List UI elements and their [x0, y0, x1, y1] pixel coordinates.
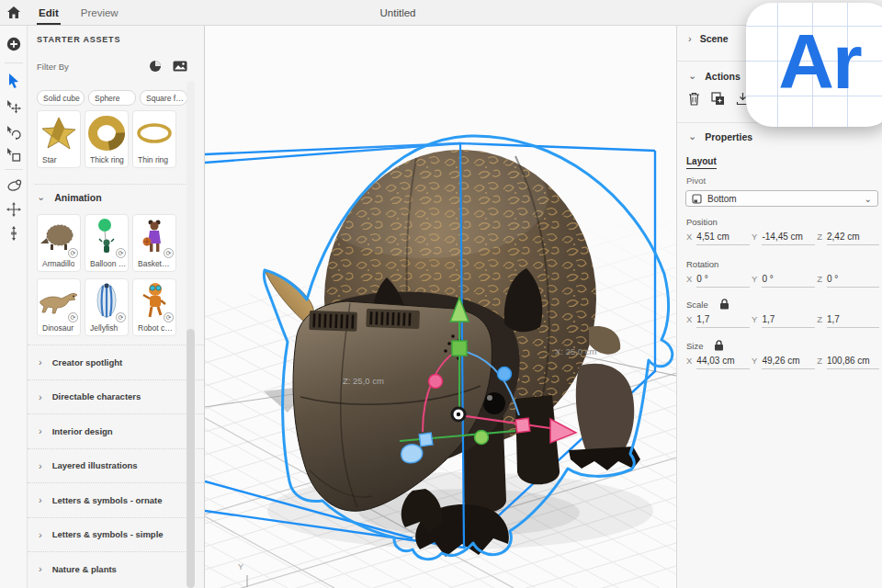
chevron-down-icon: ⌄ [37, 191, 45, 203]
filter-images-button[interactable] [172, 59, 188, 74]
position-x-field[interactable]: 4,51 cm [696, 232, 750, 245]
gizmo-z-plane-handle[interactable] [419, 433, 433, 447]
asset-card-jellyfish[interactable]: ⟳ Jellyfish [85, 278, 129, 336]
position-y-field[interactable]: -14,45 cm [762, 232, 815, 245]
assets-scrollbar-thumb[interactable] [187, 329, 195, 588]
scene-section-header[interactable]: › Scene [688, 33, 729, 44]
gizmo-x-rotate-handle[interactable] [429, 375, 443, 389]
scale-lock-toggle[interactable] [719, 299, 729, 310]
duplicate-button[interactable] [711, 92, 725, 107]
animated-asset-badge: ⟳ [164, 312, 174, 322]
3d-viewport[interactable]: Y [204, 26, 676, 588]
animated-asset-badge: ⟳ [68, 248, 78, 258]
rotation-z-field[interactable]: 0 ° [827, 274, 879, 288]
animated-asset-badge: ⟳ [116, 312, 126, 322]
gizmo-z-rotate-handle[interactable] [498, 368, 512, 381]
asset-card-thick-ring[interactable]: Thick ring [85, 110, 129, 168]
move-tool[interactable] [3, 96, 25, 118]
section-interior-design[interactable]: ›Interior design [28, 413, 204, 448]
scale-z-field[interactable]: 1,7 [827, 314, 879, 328]
animated-asset-badge: ⟳ [164, 248, 174, 258]
starter-assets-panel: STARTER ASSETS Filter By Solid cube Sphe… [28, 26, 204, 588]
rotation-fields: X0 ° Y0 ° Z0 ° [686, 274, 879, 288]
select-cursor-icon [7, 74, 20, 88]
section-directable-characters[interactable]: ›Directable characters [28, 379, 204, 414]
asset-card-thin-ring[interactable]: Thin ring [132, 110, 176, 168]
thick-ring-thumbnail [87, 115, 126, 152]
sphere-filter-icon [149, 60, 162, 73]
pan-tool[interactable] [3, 198, 25, 220]
layout-tab[interactable]: Layout [686, 156, 717, 169]
orbit-tool[interactable] [3, 175, 25, 197]
chevron-right-icon: › [688, 33, 692, 44]
gizmo-z-arrow[interactable] [401, 445, 423, 463]
section-layered-illustrations[interactable]: ›Layered illustrations [28, 448, 204, 483]
position-fields: X4,51 cm Y-14,45 cm Z2,42 cm [686, 232, 879, 245]
z-axis-measure-label: Z: 25,0 cm [343, 376, 384, 386]
gizmo-y-plane-handle[interactable] [452, 341, 467, 356]
actions-toolbar [688, 92, 750, 107]
scale-cursor-icon [6, 147, 21, 162]
move-cursor-icon [6, 99, 21, 114]
scale-tool[interactable] [3, 143, 25, 165]
section-letters-symbols-simple[interactable]: ›Letters & symbols - simple [28, 517, 204, 552]
gizmo-y-scale-handle[interactable] [475, 431, 489, 445]
asset-chip-solid-cube[interactable]: Solid cube [37, 90, 85, 106]
asset-sections-list: ›Creator spotlight ›Directable character… [28, 345, 204, 586]
position-z-field[interactable]: 2,42 cm [827, 232, 879, 245]
chevron-down-icon: ⌄ [688, 130, 696, 142]
section-creator-spotlight[interactable]: ›Creator spotlight [28, 345, 204, 379]
thin-ring-thumbnail [135, 115, 174, 152]
rotate-tool[interactable] [3, 121, 25, 143]
aero-app-window: Y [0, 0, 882, 588]
animated-asset-badge: ⟳ [68, 312, 78, 322]
filter-by-label: Filter By [37, 62, 139, 72]
rotation-x-field[interactable]: 0 ° [696, 274, 750, 288]
properties-section-header[interactable]: ⌄ Properties [688, 130, 752, 142]
lock-icon [714, 340, 724, 351]
elevate-tool[interactable] [3, 222, 25, 244]
asset-card-robot[interactable]: ⟳ Robot c… [132, 278, 176, 336]
home-button[interactable] [0, 0, 28, 26]
size-y-field[interactable]: 49,26 cm [762, 356, 815, 369]
size-z-field[interactable]: 100,86 cm [827, 356, 879, 369]
gizmo-x-plane-handle[interactable] [515, 418, 530, 433]
tab-edit[interactable]: Edit [28, 0, 70, 26]
tool-bar [0, 26, 28, 588]
asset-card-dinosaur[interactable]: ⟳ Dinosaur [37, 278, 81, 336]
assets-panel-title: STARTER ASSETS [37, 35, 120, 44]
asset-card-star[interactable]: Star [37, 110, 81, 168]
pivot-dropdown[interactable]: Bottom ⌄ [685, 190, 878, 207]
scale-y-field[interactable]: 1,7 [762, 314, 815, 328]
asset-chip-square-frame[interactable]: Square f… [140, 90, 187, 106]
asset-card-balloon[interactable]: ⟳ Balloon … [85, 214, 129, 272]
section-letters-symbols-ornate[interactable]: ›Letters & symbols - ornate [28, 482, 204, 517]
pivot-label: Pivot [686, 175, 706, 186]
add-asset-button[interactable] [3, 33, 25, 55]
tab-preview[interactable]: Preview [70, 0, 130, 26]
chevron-down-icon: ⌄ [688, 70, 696, 82]
scale-x-field[interactable]: 1,7 [696, 314, 750, 328]
rotation-y-field[interactable]: 0 ° [762, 274, 815, 288]
chevron-right-icon: › [39, 391, 42, 402]
pivot-value: Bottom [707, 194, 859, 204]
elevate-icon [8, 226, 19, 241]
jellyfish-thumbnail [95, 282, 119, 321]
document-title: Untitled [380, 7, 416, 18]
section-nature-plants[interactable]: ›Nature & plants [28, 551, 204, 586]
actions-section-header[interactable]: ⌄ Actions [688, 70, 741, 82]
filter-3d-objects-button[interactable] [147, 59, 164, 74]
animation-section-header[interactable]: ⌄ Animation [37, 191, 102, 203]
size-lock-toggle[interactable] [714, 340, 724, 351]
chevron-down-icon: ⌄ [865, 194, 872, 204]
delete-button[interactable] [688, 92, 700, 107]
asset-card-armadillo[interactable]: ⟳ Armadillo [37, 214, 81, 272]
chevron-right-icon: › [39, 425, 42, 436]
asset-chip-sphere[interactable]: Sphere [88, 90, 136, 106]
filter-row: Filter By [37, 59, 188, 74]
aero-app-logo-card: Ar [746, 3, 882, 127]
asset-card-basketball[interactable]: ⟳ Basket… [132, 214, 176, 272]
viewport-canvas[interactable]: Y [205, 26, 677, 588]
select-tool[interactable] [3, 70, 25, 92]
size-x-field[interactable]: 44,03 cm [696, 356, 750, 369]
